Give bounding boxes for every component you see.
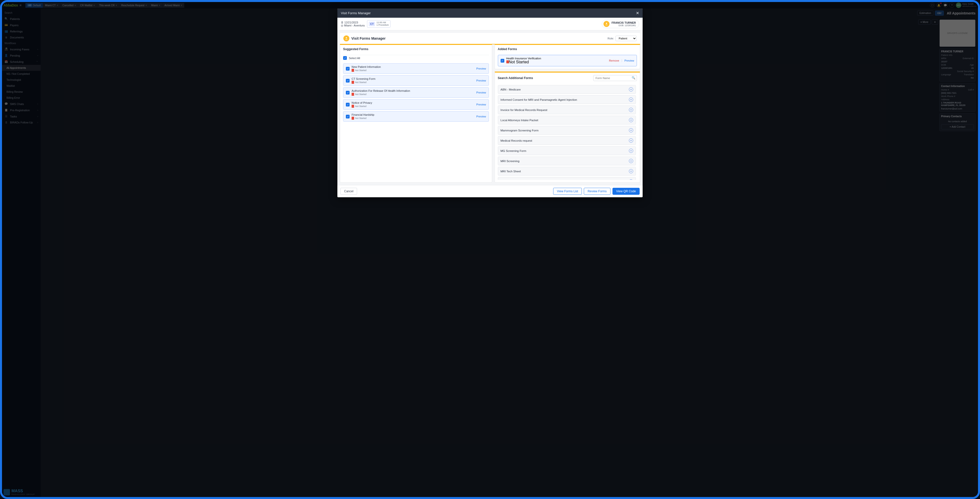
additional-form-row: Online Patient Portal Registration Form+ bbox=[498, 177, 636, 180]
cancel-button[interactable]: Cancel bbox=[340, 188, 357, 195]
person-icon bbox=[603, 21, 609, 27]
added-form-title: Health Insurance Verification bbox=[506, 57, 541, 60]
form-title: Financial Hardship bbox=[352, 113, 374, 116]
form-name: MG Screening Form bbox=[501, 149, 527, 152]
close-icon[interactable]: ✕ bbox=[636, 11, 639, 16]
form-name: Mammogram Screening Form bbox=[501, 129, 539, 132]
form-name: Invoice for Medical Records Request bbox=[501, 108, 547, 112]
form-title: Authorization For Release Of Health Info… bbox=[352, 89, 410, 92]
preview-link[interactable]: Preview bbox=[476, 115, 486, 118]
role-label: Role: bbox=[608, 37, 614, 40]
add-icon[interactable]: + bbox=[629, 118, 633, 122]
pdf-icon bbox=[352, 93, 354, 96]
checkbox-icon[interactable]: ✓ bbox=[346, 115, 350, 118]
preview-link[interactable]: Preview bbox=[476, 103, 486, 106]
search-additional-panel: Search Additional Forms 🔍 ABN - Medicare… bbox=[495, 72, 640, 183]
person-icon bbox=[344, 35, 349, 41]
suggested-form-row: ✓Authorization For Release Of Health Inf… bbox=[343, 87, 489, 98]
checkbox-icon[interactable]: ✓ bbox=[346, 79, 350, 83]
form-title: Notice of Privacy bbox=[352, 101, 372, 104]
status-text: Not Started bbox=[355, 117, 366, 120]
search-additional-header: Search Additional Forms bbox=[498, 76, 533, 80]
add-icon[interactable]: + bbox=[629, 139, 633, 143]
pdf-icon bbox=[352, 105, 354, 108]
preview-link[interactable]: Preview bbox=[476, 91, 486, 94]
svg-point-1 bbox=[346, 37, 347, 38]
checkbox-icon[interactable]: ✓ bbox=[501, 59, 504, 62]
suggested-forms-panel: Suggested Forms ✓ Select All ✓New Patien… bbox=[340, 45, 492, 183]
add-icon[interactable]: + bbox=[629, 128, 633, 132]
form-title: CT Screening Form bbox=[352, 77, 375, 80]
additional-form-row: Informed Consent for MRI and Paramagneti… bbox=[498, 95, 636, 104]
pdf-icon bbox=[352, 69, 354, 72]
visit-location: Miami - Aventura bbox=[344, 24, 364, 27]
visit-procedure-count: 1 Procedure bbox=[377, 24, 389, 26]
search-input[interactable] bbox=[593, 75, 637, 81]
modal-overlay: Visit Forms Manager ✕ 🗓 12/21/2023 ◎ Mia… bbox=[2, 2, 978, 497]
add-icon[interactable]: + bbox=[629, 159, 633, 163]
additional-form-row: Invoice for Medical Records Request+ bbox=[498, 105, 636, 114]
preview-link[interactable]: Preview bbox=[476, 67, 486, 70]
checkbox-icon[interactable]: ✓ bbox=[346, 67, 350, 70]
form-name: Local Attorneys Intake Packet bbox=[501, 119, 538, 122]
modal-titlebar: Visit Forms Manager ✕ bbox=[337, 8, 643, 18]
added-form-row: ✓ Health Insurance Verification Not Star… bbox=[498, 55, 637, 66]
form-title: New Patient Information bbox=[352, 65, 381, 69]
suggested-form-row: ✓CT Screening FormNot StartedPreview bbox=[343, 75, 489, 86]
additional-form-row: MG Screening Form+ bbox=[498, 147, 636, 155]
visit-context: 🗓 12/21/2023 ◎ Miami - Aventura CT 11:00… bbox=[337, 18, 643, 30]
location-icon: ◎ bbox=[341, 24, 344, 27]
visit-forms-modal: Visit Forms Manager ✕ 🗓 12/21/2023 ◎ Mia… bbox=[337, 8, 643, 197]
additional-form-row: ABN - Medicare+ bbox=[498, 85, 636, 94]
pdf-icon bbox=[506, 61, 509, 63]
review-forms-button[interactable]: Review Forms bbox=[584, 188, 611, 195]
preview-link[interactable]: Preview bbox=[476, 79, 486, 82]
patient-name: FRANCIS TURNER bbox=[611, 21, 636, 24]
additional-form-row: Local Attorneys Intake Packet+ bbox=[498, 116, 636, 124]
suggested-form-row: ✓Notice of PrivacyNot StartedPreview bbox=[343, 99, 489, 110]
additional-form-row: Medical Records request+ bbox=[498, 136, 636, 145]
svg-point-0 bbox=[606, 23, 607, 24]
status-text: Not Started bbox=[355, 69, 366, 72]
checkbox-icon[interactable]: ✓ bbox=[346, 91, 350, 94]
patient-dob: DOB: 12/28/1981 bbox=[611, 24, 636, 27]
remove-link[interactable]: Remove bbox=[609, 59, 619, 62]
modality-chip: CT 11:00 AM 1 Procedure bbox=[367, 20, 390, 28]
section-title: Visit Forms Manager bbox=[352, 37, 385, 40]
status-text: Not Started bbox=[355, 105, 366, 107]
additional-form-row: MRI Tech Sheet+ bbox=[498, 167, 636, 175]
view-qr-code-button[interactable]: View QR Code bbox=[612, 188, 640, 195]
calendar-icon: 🗓 bbox=[341, 21, 344, 24]
added-forms-panel: Added Forms ✓ Health Insurance Verificat… bbox=[495, 45, 640, 69]
add-icon[interactable]: + bbox=[629, 87, 633, 91]
select-all-row[interactable]: ✓ Select All bbox=[343, 55, 489, 61]
modal-footer: Cancel View Forms List Review Forms View… bbox=[337, 185, 643, 197]
suggested-forms-header: Suggested Forms bbox=[343, 47, 489, 53]
form-name: MRI Screening bbox=[501, 159, 520, 163]
add-icon[interactable]: + bbox=[629, 97, 633, 102]
add-icon[interactable]: + bbox=[629, 179, 633, 180]
modal-title-text: Visit Forms Manager bbox=[341, 11, 371, 15]
form-name: Informed Consent for MRI and Paramagneti… bbox=[501, 98, 577, 101]
status-text: Not Started bbox=[355, 93, 366, 96]
pdf-icon bbox=[352, 117, 354, 120]
preview-link[interactable]: Preview bbox=[622, 59, 634, 62]
form-name: MRI Tech Sheet bbox=[501, 170, 521, 173]
add-icon[interactable]: + bbox=[629, 148, 633, 153]
visit-date: 12/21/2023 bbox=[344, 21, 358, 24]
checkbox-icon[interactable]: ✓ bbox=[346, 103, 350, 107]
add-icon[interactable]: + bbox=[629, 108, 633, 112]
patient-pill[interactable]: FRANCIS TURNERDOB: 12/28/1981 bbox=[602, 20, 639, 28]
suggested-form-row: ✓Financial HardshipNot StartedPreview bbox=[343, 111, 489, 122]
modality-badge: CT bbox=[369, 22, 375, 26]
checkbox-icon[interactable]: ✓ bbox=[343, 56, 347, 60]
additional-form-row: MRI Screening+ bbox=[498, 156, 636, 165]
pdf-icon bbox=[352, 81, 354, 84]
suggested-form-row: ✓New Patient InformationNot StartedPrevi… bbox=[343, 63, 489, 74]
section-header: Visit Forms Manager Role: Patient bbox=[340, 33, 640, 45]
search-icon[interactable]: 🔍 bbox=[632, 76, 635, 80]
add-icon[interactable]: + bbox=[629, 169, 633, 173]
form-name: Medical Records request bbox=[501, 139, 532, 142]
role-select[interactable]: Patient bbox=[616, 36, 636, 41]
view-forms-list-button[interactable]: View Forms List bbox=[553, 188, 582, 195]
